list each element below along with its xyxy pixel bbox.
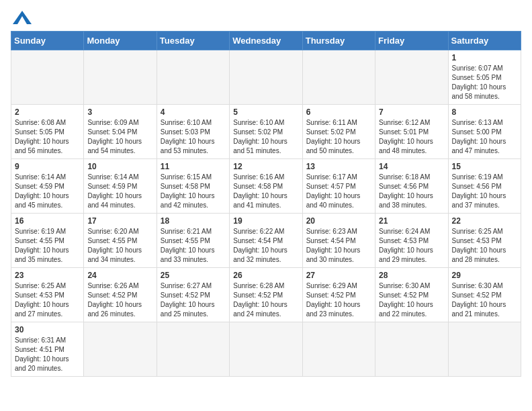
day-header-monday: Monday (84, 32, 157, 50)
calendar-cell: 7Sunrise: 6:12 AM Sunset: 5:01 PM Daylig… (375, 105, 448, 159)
calendar-cell (84, 50, 157, 105)
date-number: 5 (233, 107, 298, 117)
calendar-cell: 18Sunrise: 6:21 AM Sunset: 4:55 PM Dayli… (157, 214, 229, 268)
calendar-cell: 15Sunrise: 6:19 AM Sunset: 4:56 PM Dayli… (448, 159, 521, 214)
calendar-cell: 5Sunrise: 6:10 AM Sunset: 5:02 PM Daylig… (230, 105, 302, 159)
calendar-cell (302, 50, 375, 105)
day-header-friday: Friday (375, 32, 448, 50)
day-info: Sunrise: 6:24 AM Sunset: 4:53 PM Dayligh… (379, 227, 444, 265)
day-info: Sunrise: 6:30 AM Sunset: 4:52 PM Dayligh… (452, 281, 517, 319)
day-info: Sunrise: 6:18 AM Sunset: 4:56 PM Dayligh… (379, 173, 444, 210)
date-number: 18 (161, 216, 226, 226)
calendar-week-3: 9Sunrise: 6:14 AM Sunset: 4:59 PM Daylig… (11, 159, 521, 214)
calendar-cell: 25Sunrise: 6:27 AM Sunset: 4:52 PM Dayli… (157, 268, 229, 322)
date-number: 28 (379, 271, 444, 280)
date-number: 7 (379, 107, 444, 117)
day-header-thursday: Thursday (302, 32, 375, 50)
calendar-week-5: 23Sunrise: 6:25 AM Sunset: 4:53 PM Dayli… (11, 268, 521, 322)
calendar-cell: 14Sunrise: 6:18 AM Sunset: 4:56 PM Dayli… (375, 159, 448, 214)
calendar-cell: 6Sunrise: 6:11 AM Sunset: 5:02 PM Daylig… (302, 105, 375, 159)
calendar-cell: 16Sunrise: 6:19 AM Sunset: 4:55 PM Dayli… (11, 214, 84, 268)
day-header-wednesday: Wednesday (230, 32, 302, 50)
date-number: 24 (87, 271, 152, 280)
calendar-cell: 8Sunrise: 6:13 AM Sunset: 5:00 PM Daylig… (448, 105, 521, 159)
calendar-cell: 29Sunrise: 6:30 AM Sunset: 4:52 PM Dayli… (448, 268, 521, 322)
date-number: 14 (379, 162, 444, 171)
calendar-cell: 17Sunrise: 6:20 AM Sunset: 4:55 PM Dayli… (84, 214, 157, 268)
day-info: Sunrise: 6:14 AM Sunset: 4:59 PM Dayligh… (15, 173, 80, 210)
day-info: Sunrise: 6:11 AM Sunset: 5:02 PM Dayligh… (306, 118, 371, 156)
calendar-cell (302, 322, 375, 377)
calendar-cell (375, 322, 448, 377)
day-info: Sunrise: 6:25 AM Sunset: 4:53 PM Dayligh… (452, 227, 517, 265)
calendar-week-1: 1Sunrise: 6:07 AM Sunset: 5:05 PM Daylig… (11, 50, 521, 105)
date-number: 21 (379, 216, 444, 226)
day-info: Sunrise: 6:29 AM Sunset: 4:52 PM Dayligh… (306, 281, 371, 319)
calendar-cell (157, 322, 229, 377)
day-header-tuesday: Tuesday (157, 32, 229, 50)
date-number: 2 (15, 107, 80, 117)
calendar-cell (157, 50, 229, 105)
day-info: Sunrise: 6:07 AM Sunset: 5:05 PM Dayligh… (452, 64, 517, 101)
date-number: 12 (233, 162, 298, 171)
day-info: Sunrise: 6:15 AM Sunset: 4:58 PM Dayligh… (161, 173, 226, 210)
calendar-cell: 27Sunrise: 6:29 AM Sunset: 4:52 PM Dayli… (302, 268, 375, 322)
calendar-week-4: 16Sunrise: 6:19 AM Sunset: 4:55 PM Dayli… (11, 214, 521, 268)
calendar-cell: 19Sunrise: 6:22 AM Sunset: 4:54 PM Dayli… (230, 214, 302, 268)
day-info: Sunrise: 6:12 AM Sunset: 5:01 PM Dayligh… (379, 118, 444, 156)
day-info: Sunrise: 6:27 AM Sunset: 4:52 PM Dayligh… (161, 281, 226, 319)
calendar-week-2: 2Sunrise: 6:08 AM Sunset: 5:05 PM Daylig… (11, 105, 521, 159)
calendar-cell (375, 50, 448, 105)
day-info: Sunrise: 6:20 AM Sunset: 4:55 PM Dayligh… (87, 227, 152, 265)
logo (11, 11, 32, 24)
calendar-header-row: SundayMondayTuesdayWednesdayThursdayFrid… (11, 32, 521, 50)
date-number: 10 (87, 162, 152, 171)
calendar-week-6: 30Sunrise: 6:31 AM Sunset: 4:51 PM Dayli… (11, 322, 521, 377)
date-number: 16 (15, 216, 80, 226)
day-info: Sunrise: 6:28 AM Sunset: 4:52 PM Dayligh… (233, 281, 298, 319)
day-info: Sunrise: 6:13 AM Sunset: 5:00 PM Dayligh… (452, 118, 517, 156)
calendar-cell: 12Sunrise: 6:16 AM Sunset: 4:58 PM Dayli… (230, 159, 302, 214)
date-number: 22 (452, 216, 517, 226)
calendar-cell: 11Sunrise: 6:15 AM Sunset: 4:58 PM Dayli… (157, 159, 229, 214)
calendar-cell (448, 322, 521, 377)
date-number: 26 (233, 271, 298, 280)
calendar-cell (11, 50, 84, 105)
date-number: 3 (87, 107, 152, 117)
date-number: 30 (15, 325, 80, 334)
calendar-cell: 23Sunrise: 6:25 AM Sunset: 4:53 PM Dayli… (11, 268, 84, 322)
calendar-cell (84, 322, 157, 377)
day-info: Sunrise: 6:23 AM Sunset: 4:54 PM Dayligh… (306, 227, 371, 265)
calendar-table: SundayMondayTuesdayWednesdayThursdayFrid… (11, 31, 521, 377)
date-number: 6 (306, 107, 371, 117)
date-number: 20 (306, 216, 371, 226)
date-number: 15 (452, 162, 517, 171)
date-number: 4 (161, 107, 226, 117)
day-info: Sunrise: 6:21 AM Sunset: 4:55 PM Dayligh… (161, 227, 226, 265)
day-header-sunday: Sunday (11, 32, 84, 50)
calendar-cell: 21Sunrise: 6:24 AM Sunset: 4:53 PM Dayli… (375, 214, 448, 268)
day-info: Sunrise: 6:10 AM Sunset: 5:02 PM Dayligh… (233, 118, 298, 156)
date-number: 9 (15, 162, 80, 171)
page-header (11, 11, 521, 24)
date-number: 29 (452, 271, 517, 280)
calendar-cell: 3Sunrise: 6:09 AM Sunset: 5:04 PM Daylig… (84, 105, 157, 159)
calendar-cell: 4Sunrise: 6:10 AM Sunset: 5:03 PM Daylig… (157, 105, 229, 159)
day-info: Sunrise: 6:31 AM Sunset: 4:51 PM Dayligh… (15, 336, 80, 373)
calendar-cell: 26Sunrise: 6:28 AM Sunset: 4:52 PM Dayli… (230, 268, 302, 322)
calendar-cell: 2Sunrise: 6:08 AM Sunset: 5:05 PM Daylig… (11, 105, 84, 159)
calendar-cell: 22Sunrise: 6:25 AM Sunset: 4:53 PM Dayli… (448, 214, 521, 268)
day-info: Sunrise: 6:17 AM Sunset: 4:57 PM Dayligh… (306, 173, 371, 210)
day-info: Sunrise: 6:09 AM Sunset: 5:04 PM Dayligh… (87, 118, 152, 156)
calendar-cell: 10Sunrise: 6:14 AM Sunset: 4:59 PM Dayli… (84, 159, 157, 214)
calendar-cell (230, 322, 302, 377)
day-info: Sunrise: 6:25 AM Sunset: 4:53 PM Dayligh… (15, 281, 80, 319)
day-info: Sunrise: 6:10 AM Sunset: 5:03 PM Dayligh… (161, 118, 226, 156)
date-number: 17 (87, 216, 152, 226)
date-number: 13 (306, 162, 371, 171)
calendar-cell: 13Sunrise: 6:17 AM Sunset: 4:57 PM Dayli… (302, 159, 375, 214)
date-number: 1 (452, 53, 517, 62)
date-number: 19 (233, 216, 298, 226)
day-info: Sunrise: 6:22 AM Sunset: 4:54 PM Dayligh… (233, 227, 298, 265)
calendar-cell: 24Sunrise: 6:26 AM Sunset: 4:52 PM Dayli… (84, 268, 157, 322)
